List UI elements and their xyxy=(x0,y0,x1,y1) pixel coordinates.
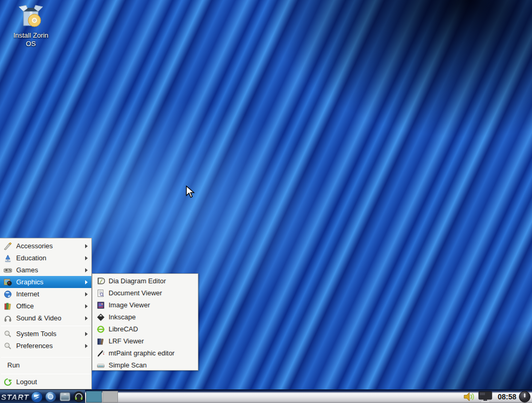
zorin-menu-icon[interactable] xyxy=(31,390,43,403)
workspace-2[interactable] xyxy=(102,391,118,402)
sound-video-icon xyxy=(3,314,12,323)
image-viewer-icon xyxy=(96,301,105,309)
workspace-pager xyxy=(86,391,119,402)
taskbar-clock[interactable]: 08:58 xyxy=(494,393,518,401)
office-icon xyxy=(3,302,12,310)
lrf-viewer-icon xyxy=(96,337,105,346)
logout-icon xyxy=(3,377,12,386)
submenu-item-label: Image Viewer xyxy=(109,301,150,309)
accessories-icon xyxy=(3,241,12,250)
simple-scan-icon xyxy=(96,361,105,370)
librecad-icon xyxy=(96,325,105,333)
menu-item-label: Education xyxy=(16,254,46,262)
menu-item-label: Sound & Video xyxy=(16,314,62,322)
menu-item-logout[interactable]: Logout xyxy=(0,376,91,388)
menu-item-label: Logout xyxy=(16,378,37,386)
submenu-item-image-viewer[interactable]: Image Viewer xyxy=(92,299,198,311)
menu-item-preferences[interactable]: Preferences xyxy=(0,340,91,352)
menu-item-games[interactable]: Games xyxy=(0,264,91,276)
submenu-item-dia[interactable]: Dia Diagram Editor xyxy=(92,275,198,287)
menu-item-education[interactable]: Education xyxy=(0,252,91,264)
menu-item-run[interactable]: Run xyxy=(0,359,91,371)
education-icon xyxy=(3,254,12,262)
start-button[interactable]: START xyxy=(0,393,29,401)
menu-item-label: System Tools xyxy=(16,330,56,338)
menu-item-internet[interactable]: Internet xyxy=(0,288,91,300)
graphics-submenu-panel: Dia Diagram Editor Document Viewer Image… xyxy=(92,273,198,371)
taskbar: START 08:58 xyxy=(0,389,532,403)
submenu-item-label: LibreCAD xyxy=(109,325,138,333)
submenu-item-label: Simple Scan xyxy=(109,361,147,369)
menu-separator xyxy=(1,326,90,326)
submenu-item-lrf-viewer[interactable]: LRF Viewer xyxy=(92,335,198,347)
desktop-icon-label-line2: OS xyxy=(7,40,54,48)
preferences-icon xyxy=(3,341,12,350)
submenu-item-label: mtPaint graphic editor xyxy=(109,349,174,357)
submenu-arrow-icon xyxy=(85,268,88,272)
submenu-arrow-icon xyxy=(85,304,88,308)
graphics-icon xyxy=(3,278,12,286)
menu-item-system-tools[interactable]: System Tools xyxy=(0,328,91,340)
mouse-cursor xyxy=(185,186,197,198)
audio-headphones-icon[interactable] xyxy=(73,390,85,403)
power-button-icon[interactable] xyxy=(518,390,531,403)
submenu-item-mtpaint[interactable]: mtPaint graphic editor xyxy=(92,347,198,359)
file-manager-icon[interactable] xyxy=(58,390,71,403)
submenu-arrow-icon xyxy=(85,244,88,248)
mtpaint-icon xyxy=(96,349,105,358)
menu-item-label: Preferences xyxy=(16,342,53,350)
menu-item-label: Office xyxy=(16,302,34,310)
submenu-item-label: Dia Diagram Editor xyxy=(109,277,166,285)
chromium-icon[interactable] xyxy=(44,390,57,403)
menu-item-label: Internet xyxy=(16,290,39,298)
submenu-item-inkscape[interactable]: Inkscape xyxy=(92,311,198,323)
menu-item-office[interactable]: Office xyxy=(0,300,91,312)
submenu-item-label: Inkscape xyxy=(109,313,136,321)
menu-separator xyxy=(1,374,90,374)
menu-separator xyxy=(1,357,90,358)
display-monitor-icon[interactable] xyxy=(477,390,494,403)
inkscape-icon xyxy=(96,313,105,321)
submenu-item-label: LRF Viewer xyxy=(109,337,144,345)
desktop-icon-label-line1: Install Zorin xyxy=(7,31,54,40)
internet-icon xyxy=(3,290,12,298)
submenu-item-librecad[interactable]: LibreCAD xyxy=(92,323,198,335)
menu-item-graphics[interactable]: Graphics xyxy=(0,276,91,288)
document-viewer-icon xyxy=(96,289,105,297)
menu-item-label: Games xyxy=(16,266,38,274)
submenu-arrow-icon xyxy=(85,316,88,320)
menu-item-accessories[interactable]: Accessories xyxy=(0,240,91,252)
menu-item-sound-video[interactable]: Sound & Video xyxy=(0,312,91,324)
submenu-item-label: Document Viewer xyxy=(109,289,162,297)
games-icon xyxy=(3,266,12,274)
installer-box-icon xyxy=(17,3,44,30)
install-zorin-os-desktop-icon[interactable]: Install Zorin OS xyxy=(7,3,54,48)
submenu-item-document-viewer[interactable]: Document Viewer xyxy=(92,287,198,299)
submenu-arrow-icon xyxy=(85,344,88,348)
menu-item-label: Accessories xyxy=(16,242,53,250)
dia-icon xyxy=(96,277,105,285)
system-tools-icon xyxy=(3,329,12,338)
submenu-item-simple-scan[interactable]: Simple Scan xyxy=(92,359,198,371)
submenu-arrow-icon xyxy=(85,292,88,296)
system-tray: 08:58 xyxy=(463,390,531,403)
volume-icon[interactable] xyxy=(463,390,477,403)
start-button-zone: START xyxy=(0,390,85,403)
start-menu-panel: Accessories Education Games Graphics Int… xyxy=(0,238,92,389)
menu-item-label: Graphics xyxy=(16,278,43,286)
submenu-arrow-icon xyxy=(85,332,88,336)
submenu-arrow-icon xyxy=(85,280,88,284)
submenu-arrow-icon xyxy=(85,256,88,260)
menu-item-label: Run xyxy=(7,361,20,369)
workspace-1[interactable] xyxy=(86,391,102,402)
